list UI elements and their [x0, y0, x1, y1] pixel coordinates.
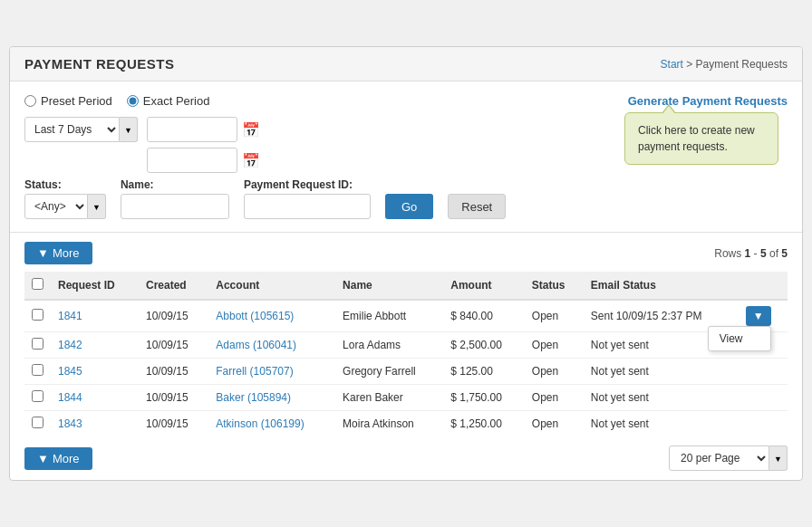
row-id-2: 1845 — [51, 359, 139, 385]
table-toolbar-top: ▼ More Rows 1 - 5 of 5 — [24, 242, 788, 264]
row-id-1: 1842 — [51, 332, 139, 359]
status-row: Status: <Any> Open Closed Name: — [24, 178, 788, 219]
row-name-1: Lora Adams — [335, 332, 443, 359]
pid-input[interactable] — [244, 194, 371, 219]
row-checkbox[interactable] — [32, 417, 44, 428]
header-checkbox-col — [24, 272, 51, 300]
status-select-group: <Any> Open Closed — [24, 194, 106, 219]
row-name-4: Moira Atkinson — [335, 411, 443, 437]
account-link[interactable]: Adams (106041) — [216, 339, 296, 351]
table-body: 1841 10/09/15 Abbott (105615) Emilie Abb… — [24, 300, 788, 436]
account-link[interactable]: Atkinson (106199) — [216, 417, 304, 430]
go-button[interactable]: Go — [385, 194, 433, 219]
more-bottom-button[interactable]: ▼ More — [24, 447, 92, 470]
page-title: PAYMENT REQUESTS — [24, 56, 175, 72]
row-name-3: Karen Baker — [335, 385, 443, 411]
per-page-select[interactable]: 10 per Page 20 per Page 50 per Page 100 … — [669, 446, 769, 471]
row-checkbox[interactable] — [32, 364, 44, 376]
row-created-4: 10/09/15 — [139, 411, 208, 437]
chevron-down-icon-bottom: ▼ — [37, 452, 49, 465]
row-status-1: Open — [525, 332, 584, 359]
header-created: Created — [139, 272, 208, 300]
row-actions-0: ▼ View — [739, 300, 788, 332]
table-row: 1844 10/09/15 Baker (105894) Karen Baker… — [24, 385, 788, 411]
row-account-0: Abbott (105615) — [208, 300, 335, 332]
row-checkbox-0 — [24, 300, 51, 332]
row-checkbox-4 — [24, 411, 51, 437]
header-amount: Amount — [443, 272, 525, 300]
pid-label: Payment Request ID: — [244, 178, 371, 191]
table-row: 1841 10/09/15 Abbott (105615) Emilie Abb… — [24, 300, 788, 332]
exact-period-radio[interactable] — [127, 95, 139, 107]
chevron-down-icon: ▼ — [37, 246, 49, 260]
request-id-link[interactable]: 1842 — [58, 339, 82, 351]
row-name-0: Emilie Abbott — [335, 300, 443, 332]
preset-period-label[interactable]: Preset Period — [24, 94, 112, 108]
generate-link[interactable]: Generate Payment Requests — [628, 94, 788, 108]
row-email-status-2: Not yet sent — [584, 359, 739, 385]
row-created-1: 10/09/15 — [139, 332, 208, 359]
reset-button[interactable]: Reset — [448, 194, 506, 219]
payment-requests-table: Request ID Created Account Name Amount S… — [24, 272, 788, 436]
breadcrumb-start[interactable]: Start — [661, 58, 683, 71]
rows-info: Rows 1 - 5 of 5 — [714, 247, 788, 260]
exact-period-label[interactable]: Exact Period — [127, 94, 210, 108]
row-checkbox[interactable] — [32, 390, 44, 402]
select-all-checkbox[interactable] — [32, 278, 44, 290]
row-status-3: Open — [525, 385, 584, 411]
context-menu: ▼ View — [746, 306, 771, 326]
name-input[interactable] — [121, 194, 229, 219]
status-label: Status: — [24, 178, 106, 191]
account-link[interactable]: Farrell (105707) — [216, 365, 293, 378]
date-col: 📅 📅 — [147, 117, 260, 173]
view-action[interactable]: View — [709, 327, 770, 350]
account-link[interactable]: Baker (105894) — [216, 391, 291, 404]
preset-select[interactable]: Last 7 Days Last 30 Days This Month Last… — [24, 117, 120, 142]
table-row: 1845 10/09/15 Farrell (105707) Gregory F… — [24, 359, 788, 385]
per-page-dropdown-btn[interactable] — [769, 446, 788, 471]
row-id-0: 1841 — [51, 300, 139, 332]
tooltip-bubble: Click here to create new payment request… — [624, 112, 778, 165]
table-row: 1842 10/09/15 Adams (106041) Lora Adams … — [24, 332, 788, 359]
pid-group: Payment Request ID: — [244, 178, 371, 219]
table-row: 1843 10/09/15 Atkinson (106199) Moira At… — [24, 411, 788, 437]
status-group: Status: <Any> Open Closed — [24, 178, 106, 219]
preset-period-radio[interactable] — [24, 95, 36, 107]
date-to-row: 📅 — [147, 148, 260, 173]
row-amount-3: $ 1,750.00 — [443, 385, 525, 411]
header-account: Account — [208, 272, 335, 300]
page-header: PAYMENT REQUESTS Start > Payment Request… — [10, 47, 802, 81]
row-checkbox-3 — [24, 385, 51, 411]
context-menu-popup: View — [708, 326, 771, 351]
date-to-input[interactable] — [147, 148, 237, 173]
row-created-2: 10/09/15 — [139, 359, 208, 385]
calendar-from-icon[interactable]: 📅 — [242, 121, 260, 139]
row-amount-0: $ 840.00 — [443, 300, 525, 332]
header-actions — [739, 272, 788, 300]
request-id-link[interactable]: 1841 — [58, 310, 82, 322]
row-id-3: 1844 — [51, 385, 139, 411]
main-container: PAYMENT REQUESTS Start > Payment Request… — [9, 46, 803, 481]
more-top-button[interactable]: ▼ More — [24, 242, 92, 264]
row-amount-4: $ 1,250.00 — [443, 411, 525, 437]
row-checkbox[interactable] — [32, 338, 44, 350]
row-checkbox[interactable] — [32, 309, 44, 321]
preset-dropdown-btn[interactable] — [120, 117, 138, 142]
calendar-to-icon[interactable]: 📅 — [242, 152, 260, 169]
table-section: ▼ More Rows 1 - 5 of 5 Request ID Create… — [10, 233, 802, 480]
row-checkbox-1 — [24, 332, 51, 359]
request-id-link[interactable]: 1843 — [58, 417, 82, 430]
filter-area: Preset Period Exact Period Generate Paym… — [10, 81, 802, 233]
header-email-status: Email Status — [584, 272, 739, 300]
name-label: Name: — [121, 178, 229, 191]
status-select[interactable]: <Any> Open Closed — [24, 194, 88, 219]
filter-section: Preset Period Exact Period Generate Paym… — [24, 94, 788, 219]
date-from-input[interactable] — [147, 117, 237, 142]
header-status: Status — [525, 272, 584, 300]
account-link[interactable]: Abbott (105615) — [216, 310, 294, 322]
status-dropdown-btn[interactable] — [88, 194, 106, 219]
request-id-link[interactable]: 1845 — [58, 365, 82, 378]
action-dropdown-btn[interactable]: ▼ — [746, 306, 771, 326]
row-created-0: 10/09/15 — [139, 300, 208, 332]
request-id-link[interactable]: 1844 — [58, 391, 82, 404]
